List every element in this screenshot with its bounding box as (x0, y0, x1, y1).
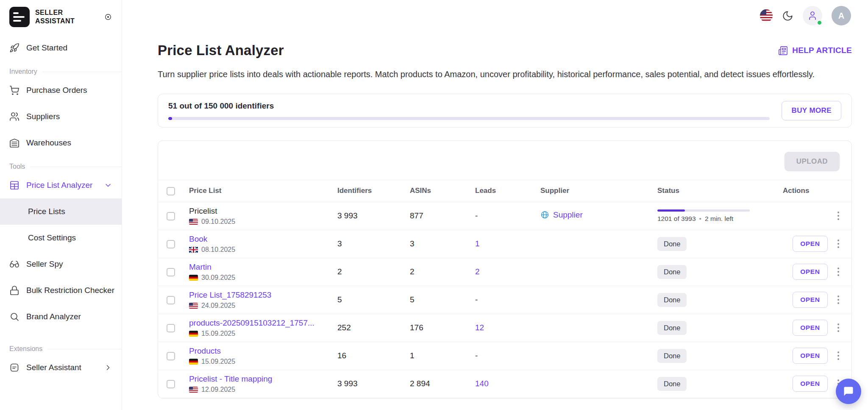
sidebar-item-get-started[interactable]: Get Started (0, 35, 122, 61)
sidebar-item-brand-analyzer[interactable]: Brand Analyzer (0, 304, 122, 330)
open-button[interactable]: OPEN (793, 320, 827, 336)
help-article-link[interactable]: HELP ARTICLE (778, 46, 852, 56)
row-checkbox[interactable] (167, 240, 175, 248)
sidebar-section-inventory: Inventory (0, 68, 122, 75)
col-header-price-list: Price List (185, 180, 333, 202)
account-button[interactable] (803, 6, 822, 25)
table-row: Book 08.10.2025 3 3 1 Done (158, 230, 851, 258)
avatar[interactable]: A (832, 6, 851, 25)
help-article-label: HELP ARTICLE (792, 46, 852, 55)
online-status-dot (817, 20, 822, 25)
open-button[interactable]: OPEN (793, 236, 827, 252)
leads-link[interactable]: 2 (475, 267, 480, 276)
quota-progress-track (168, 117, 770, 120)
col-header-identifiers: Identifiers (333, 180, 406, 202)
pricelist-meta: 09.10.2025 (189, 218, 329, 226)
asins-count: 2 894 (406, 370, 471, 398)
sidebar-item-seller-assistant-extension[interactable]: Seller Assistant (0, 354, 122, 381)
open-button[interactable]: OPEN (793, 348, 827, 364)
sidebar-item-label: Price List Analyzer (26, 181, 92, 190)
status-badge: Done (657, 293, 687, 307)
open-button[interactable]: OPEN (793, 264, 827, 280)
leads-link[interactable]: 140 (475, 379, 489, 388)
row-menu-button[interactable] (835, 321, 842, 335)
asins-count: 877 (406, 202, 471, 230)
leads-link[interactable]: 1 (475, 239, 480, 248)
col-header-asins: ASINs (406, 180, 471, 202)
sidebar-subitem-label: Cost Settings (28, 233, 76, 243)
article-icon (778, 46, 788, 56)
pricelist-name-link[interactable]: Martin (189, 262, 211, 271)
sidebar-item-label: Brand Analyzer (26, 312, 81, 321)
sidebar-subitem-label: Price Lists (28, 207, 65, 216)
main-area: A Price List Analyzer HELP ARTICLE Turn … (122, 0, 868, 410)
language-flag-button[interactable] (760, 9, 773, 22)
pricelist-name-link[interactable]: Price List_1758291253 (189, 290, 271, 299)
upload-button[interactable]: UPLOAD (785, 152, 840, 171)
sidebar-item-purchase-orders[interactable]: Purchase Orders (0, 77, 122, 103)
buy-more-button[interactable]: BUY MORE (782, 101, 841, 120)
globe-icon (540, 210, 549, 219)
sidebar-collapse-button[interactable] (104, 13, 112, 21)
sidebar-item-price-list-analyzer[interactable]: Price List Analyzer (0, 172, 122, 198)
leads-link[interactable]: 12 (475, 323, 484, 332)
row-checkbox[interactable] (167, 296, 175, 304)
sidebar-section-tools: Tools (0, 163, 122, 170)
supplier-link[interactable]: Supplier (540, 210, 583, 220)
quota-progress-fill (168, 117, 172, 120)
pricelist-date: 15.09.2025 (201, 358, 235, 365)
brand-line2: ASSISTANT (35, 17, 75, 25)
row-menu-button[interactable] (835, 265, 842, 279)
pricelist-meta: 24.09.2025 (189, 302, 329, 310)
sidebar-item-label: Purchase Orders (26, 86, 87, 95)
dark-mode-toggle[interactable] (782, 10, 793, 22)
col-header-actions: Actions (779, 180, 851, 202)
page-description: Turn supplier price lists into deals wit… (158, 68, 852, 81)
processing-progress-track (657, 209, 750, 212)
chat-widget-button[interactable] (836, 379, 861, 404)
sidebar-item-cost-settings[interactable]: Cost Settings (0, 225, 122, 251)
status-badge: Done (657, 237, 687, 251)
table-header-row: Price List Identifiers ASINs Leads Suppl… (158, 180, 851, 202)
pricelist-name-link[interactable]: Book (189, 234, 207, 243)
page-content: Price List Analyzer HELP ARTICLE Turn su… (122, 31, 868, 410)
sidebar-item-bulk-restriction-checker[interactable]: Bulk Restriction Checker (0, 277, 122, 304)
leads-count: - (471, 202, 536, 230)
row-menu-button[interactable] (835, 349, 842, 363)
quota-info: 51 out of 150 000 identifiers (168, 101, 770, 120)
pricelist-date: 08.10.2025 (201, 246, 235, 254)
sidebar-item-warehouses[interactable]: Warehouses (0, 130, 122, 156)
row-checkbox[interactable] (167, 352, 175, 360)
sidebar-item-suppliers[interactable]: Suppliers (0, 103, 122, 130)
row-checkbox[interactable] (167, 212, 175, 220)
row-checkbox[interactable] (167, 380, 175, 388)
open-button[interactable]: OPEN (793, 292, 827, 308)
sidebar-item-seller-spy[interactable]: Seller Spy (0, 251, 122, 277)
open-button[interactable]: OPEN (793, 376, 827, 392)
row-checkbox[interactable] (167, 324, 175, 332)
app-root: SELLER ASSISTANT Get Started Inventory P… (0, 0, 868, 410)
table-row: Products 15.09.2025 16 1 - Done (158, 342, 851, 370)
users-icon (9, 112, 19, 122)
sidebar-nav: Get Started Inventory Purchase Orders Su… (0, 31, 122, 410)
table-row: products-20250915103212_1757... 15.09.20… (158, 314, 851, 342)
country-flag-icon (189, 359, 198, 365)
pricelist-name-link[interactable]: products-20250915103212_1757... (189, 318, 314, 327)
select-all-checkbox[interactable] (167, 187, 175, 195)
pricelist-name-link[interactable]: Pricelist - Title mapping (189, 374, 272, 383)
identifiers-count: 2 (333, 258, 406, 286)
sidebar-item-price-lists[interactable]: Price Lists (0, 198, 122, 225)
identifiers-count: 252 (333, 314, 406, 342)
row-menu-button[interactable] (835, 209, 842, 223)
pricelist-name-link[interactable]: Products (189, 346, 221, 355)
row-menu-button[interactable] (835, 237, 842, 251)
asins-count: 3 (406, 230, 471, 258)
status-badge: Done (657, 321, 687, 335)
table-row: Pricelist - Title mapping 12.09.2025 3 9… (158, 370, 851, 398)
row-checkbox[interactable] (167, 268, 175, 276)
section-label: Inventory (9, 68, 37, 75)
table-row: Price List_1758291253 24.09.2025 5 5 - D… (158, 286, 851, 314)
brand-line1: SELLER (35, 8, 75, 17)
row-menu-button[interactable] (835, 293, 842, 307)
pricelist-meta: 08.10.2025 (189, 246, 329, 254)
